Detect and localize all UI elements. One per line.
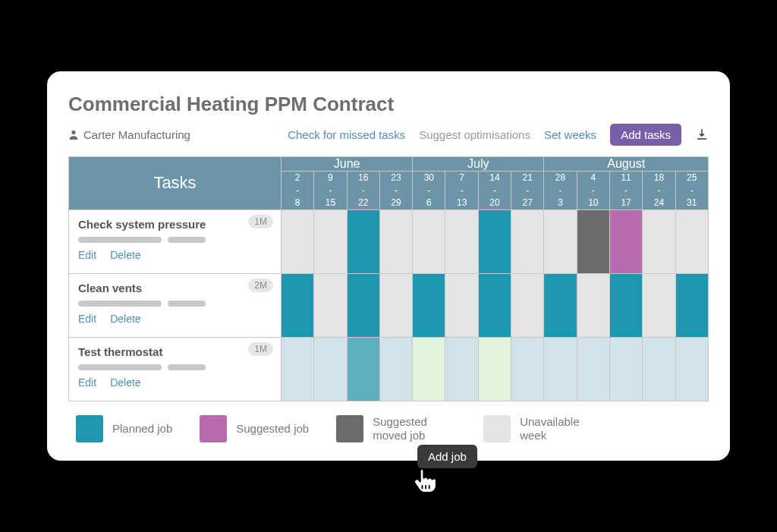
week-header: 7 - 13: [445, 171, 478, 209]
task-row: Check system pressure1MEditDelete: [69, 210, 709, 274]
delete-link[interactable]: Delete: [110, 376, 140, 389]
edit-link[interactable]: Edit: [78, 376, 96, 389]
plan-cell[interactable]: [511, 274, 544, 338]
plan-cell[interactable]: [445, 210, 478, 274]
week-header: 23 - 29: [379, 171, 412, 209]
plan-cell[interactable]: [445, 338, 478, 401]
plan-cell[interactable]: [314, 338, 347, 401]
plan-cell[interactable]: [544, 338, 577, 401]
plan-cell[interactable]: [282, 274, 314, 338]
check-missed-link[interactable]: Check for missed tasks: [288, 128, 405, 141]
legend-unavailable: Unavailable week: [483, 415, 603, 442]
week-header: 28 - 3: [544, 171, 577, 209]
plan-cell[interactable]: [577, 338, 609, 401]
plan-cell[interactable]: [314, 274, 347, 338]
pointer-cursor-icon: [410, 460, 443, 493]
set-weeks-link[interactable]: Set weeks: [544, 128, 596, 141]
task-frequency-badge: 1M: [248, 215, 273, 228]
add-job-tooltip: Add job: [417, 445, 477, 468]
person-icon: [68, 129, 79, 140]
plan-cell[interactable]: [347, 338, 379, 401]
page-title: Commercial Heating PPM Contract: [68, 93, 709, 116]
tasks-header: Tasks: [69, 156, 282, 209]
plan-cell[interactable]: [675, 338, 708, 401]
week-header: 14 - 20: [478, 171, 511, 209]
plan-cell[interactable]: [379, 338, 412, 401]
plan-cell[interactable]: [643, 338, 675, 401]
plan-cell[interactable]: [314, 210, 347, 274]
delete-link[interactable]: Delete: [110, 313, 140, 325]
plan-cell[interactable]: [282, 338, 314, 401]
swatch-moved: [336, 415, 363, 442]
client-label: Carter Manufacturing: [68, 128, 190, 141]
planner-grid: Tasks June July August 2 - 8 9 - 15 16 -…: [68, 156, 709, 401]
placeholder-text: [78, 237, 272, 243]
task-title: Clean vents: [78, 282, 272, 294]
task-row: Clean vents2MEditDelete: [69, 274, 709, 338]
suggest-opt-link[interactable]: Suggest optimisations: [419, 128, 530, 141]
plan-cell[interactable]: [445, 274, 478, 338]
swatch-suggested: [200, 415, 227, 442]
week-header: 2 - 8: [282, 171, 314, 209]
month-header: June: [282, 156, 413, 171]
swatch-planned: [76, 415, 103, 442]
plan-cell[interactable]: [544, 210, 577, 274]
plan-cell[interactable]: [347, 210, 379, 274]
placeholder-text: [78, 364, 272, 370]
week-header: 30 - 6: [413, 171, 445, 209]
plan-cell[interactable]: [609, 274, 642, 338]
week-header: 21 - 27: [511, 171, 544, 209]
plan-cell[interactable]: [379, 274, 412, 338]
week-header: 11 - 17: [609, 171, 642, 209]
plan-cell[interactable]: [413, 274, 445, 338]
legend: Planned job Suggested job Suggested move…: [68, 415, 709, 442]
plan-cell[interactable]: [577, 210, 609, 274]
placeholder-text: [78, 301, 272, 307]
week-header: 18 - 24: [643, 171, 675, 209]
download-icon[interactable]: [695, 127, 709, 141]
plan-cell[interactable]: [675, 210, 708, 274]
task-title: Check system pressure: [78, 218, 272, 231]
plan-cell[interactable]: [478, 210, 511, 274]
plan-cell[interactable]: [643, 274, 675, 338]
plan-cell[interactable]: [609, 338, 642, 401]
edit-link[interactable]: Edit: [78, 313, 96, 325]
planner-card: Commercial Heating PPM Contract Carter M…: [47, 71, 730, 461]
plan-cell[interactable]: [282, 210, 314, 274]
plan-cell[interactable]: [511, 210, 544, 274]
month-header: July: [413, 156, 544, 171]
toolbar: Carter Manufacturing Check for missed ta…: [68, 124, 709, 146]
task-title: Test thermostat: [78, 345, 272, 358]
plan-cell[interactable]: [511, 338, 544, 401]
client-name: Carter Manufacturing: [83, 128, 190, 141]
task-frequency-badge: 2M: [248, 279, 273, 292]
plan-cell[interactable]: [544, 274, 577, 338]
plan-cell[interactable]: [413, 338, 445, 401]
plan-cell[interactable]: [413, 210, 445, 274]
plan-cell[interactable]: [609, 210, 642, 274]
legend-suggested: Suggested job: [200, 415, 309, 442]
month-header: August: [544, 156, 709, 171]
swatch-unavailable: [483, 415, 511, 442]
plan-cell[interactable]: [675, 274, 708, 338]
week-header: 25 - 31: [675, 171, 708, 209]
week-header: 9 - 15: [314, 171, 347, 209]
plan-cell[interactable]: [643, 210, 675, 274]
task-cell: Check system pressure1MEditDelete: [69, 210, 282, 274]
delete-link[interactable]: Delete: [110, 249, 140, 261]
plan-cell[interactable]: [379, 210, 412, 274]
edit-link[interactable]: Edit: [78, 249, 96, 261]
legend-moved: Suggested moved job: [336, 415, 456, 442]
task-cell: Test thermostat1MEditDelete: [69, 338, 282, 401]
task-row: Test thermostat1MEditDelete: [69, 338, 709, 401]
add-tasks-button[interactable]: Add tasks: [610, 124, 681, 146]
task-frequency-badge: 1M: [248, 342, 273, 356]
week-header: 4 - 10: [577, 171, 609, 209]
planner-grid-wrap: Tasks June July August 2 - 8 9 - 15 16 -…: [68, 156, 709, 401]
plan-cell[interactable]: [347, 274, 379, 338]
task-cell: Clean vents2MEditDelete: [69, 274, 282, 338]
plan-cell[interactable]: [478, 338, 511, 401]
plan-cell[interactable]: [577, 274, 609, 338]
plan-cell[interactable]: [478, 274, 511, 338]
legend-planned: Planned job: [76, 415, 172, 442]
